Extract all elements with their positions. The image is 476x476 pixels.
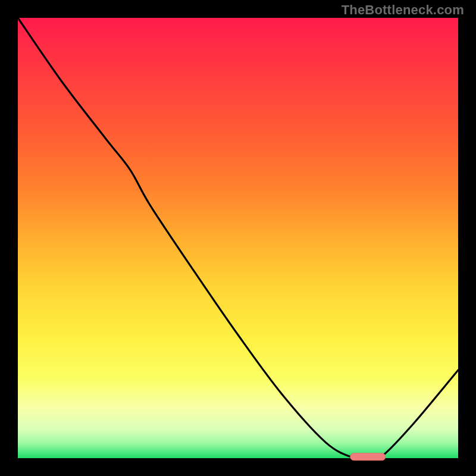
watermark-text: TheBottleneck.com	[342, 2, 464, 18]
chart-frame: TheBottleneck.com	[0, 0, 476, 476]
optimum-marker	[350, 453, 386, 461]
bottleneck-chart	[0, 0, 476, 476]
plot-area	[18, 18, 458, 458]
